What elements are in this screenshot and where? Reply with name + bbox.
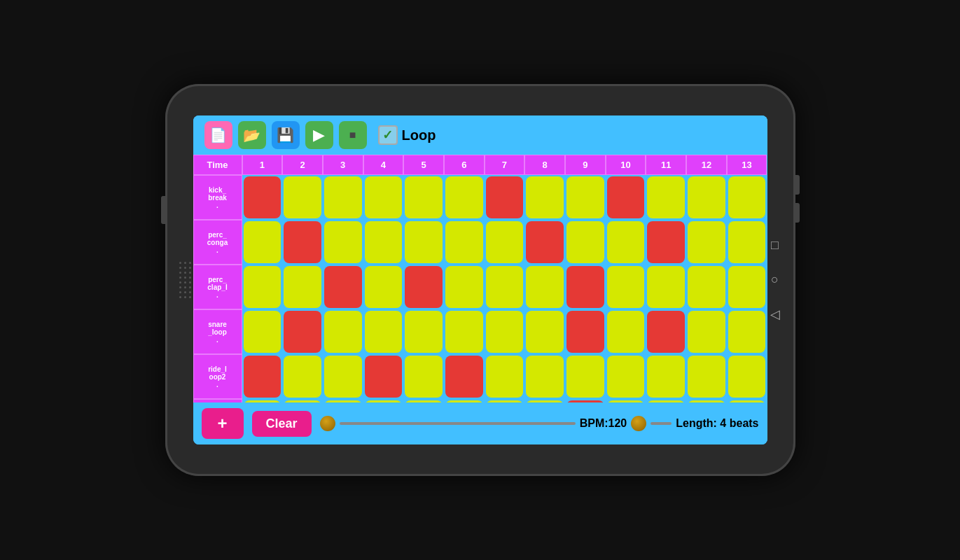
cell-0-7[interactable] — [526, 176, 564, 218]
cell-3-3[interactable] — [365, 311, 403, 353]
cell-1-4[interactable] — [405, 221, 443, 263]
cell-1-5[interactable] — [445, 221, 483, 263]
cell-2-0[interactable] — [244, 266, 281, 308]
clear-button[interactable]: Clear — [252, 411, 312, 437]
cell-2-1[interactable] — [284, 266, 321, 308]
cell-1-12[interactable] — [728, 221, 766, 263]
bpm-slider-track[interactable] — [340, 422, 576, 425]
cell-3-7[interactable] — [526, 311, 564, 353]
col-header-7: 7 — [485, 155, 525, 175]
cell-1-2[interactable] — [324, 221, 362, 263]
cell-3-0[interactable] — [244, 311, 281, 353]
cell-0-1[interactable] — [284, 176, 321, 218]
cell-2-10[interactable] — [647, 266, 685, 308]
android-square-btn[interactable]: □ — [771, 238, 779, 253]
cell-2-9[interactable] — [607, 266, 645, 308]
grid-header-row: Time 12345678910111213 — [193, 155, 767, 175]
time-header: Time — [193, 155, 242, 175]
cell-2-7[interactable] — [526, 266, 564, 308]
cell-2-8[interactable] — [566, 266, 604, 308]
length-slider-track[interactable] — [651, 422, 672, 425]
open-button[interactable]: 📂 — [238, 121, 266, 149]
cell-0-2[interactable] — [324, 176, 362, 218]
length-label: Length: 4 beats — [676, 417, 758, 430]
cell-4-11[interactable] — [688, 356, 725, 398]
cell-0-5[interactable] — [445, 176, 483, 218]
cell-3-1[interactable] — [284, 311, 321, 353]
cell-1-3[interactable] — [365, 221, 403, 263]
cell-0-6[interactable] — [486, 176, 524, 218]
bpm-label: BPM:120 — [580, 417, 627, 430]
cell-1-0[interactable] — [244, 221, 281, 263]
save-button[interactable]: 💾 — [272, 121, 300, 149]
cell-4-8[interactable] — [566, 356, 604, 398]
cell-3-5[interactable] — [445, 311, 483, 353]
cell-1-10[interactable] — [647, 221, 685, 263]
cell-4-5[interactable] — [445, 356, 483, 398]
android-nav: □ ○ ◁ — [770, 238, 780, 322]
cell-3-10[interactable] — [647, 311, 685, 353]
col-header-4: 4 — [363, 155, 404, 175]
cell-3-2[interactable] — [324, 311, 362, 353]
cell-0-8[interactable] — [566, 176, 604, 218]
cell-2-2[interactable] — [324, 266, 362, 308]
cell-2-12[interactable] — [728, 266, 766, 308]
cell-0-0[interactable] — [244, 176, 281, 218]
cell-3-11[interactable] — [688, 311, 725, 353]
cell-0-4[interactable] — [405, 176, 443, 218]
play-button[interactable]: ▶ — [305, 121, 333, 149]
cell-4-9[interactable] — [607, 356, 645, 398]
cell-1-9[interactable] — [607, 221, 645, 263]
power-button — [161, 196, 165, 224]
toolbar: 📄 📂 💾 ▶ ■ ✓ Loop — [193, 115, 767, 155]
android-back-btn[interactable]: ◁ — [770, 307, 780, 322]
cell-2-11[interactable] — [688, 266, 725, 308]
cell-0-12[interactable] — [728, 176, 766, 218]
cell-1-11[interactable] — [688, 221, 725, 263]
col-header-10: 10 — [606, 155, 646, 175]
bpm-slider-knob-left[interactable] — [320, 416, 335, 431]
cell-1-1[interactable] — [284, 221, 321, 263]
cell-4-4[interactable] — [405, 356, 443, 398]
cell-2-4[interactable] — [405, 266, 443, 308]
cell-3-9[interactable] — [607, 311, 645, 353]
volume-down-button — [795, 203, 800, 223]
cell-4-10[interactable] — [647, 356, 685, 398]
cell-3-12[interactable] — [728, 311, 766, 353]
phone-screen: 📄 📂 💾 ▶ ■ ✓ Loop Time — [193, 115, 767, 444]
cell-0-11[interactable] — [688, 176, 725, 218]
cell-2-6[interactable] — [486, 266, 524, 308]
cell-3-6[interactable] — [486, 311, 524, 353]
grid-row-2: perc_ clap_l . — [193, 265, 767, 309]
cell-4-0[interactable] — [244, 356, 281, 398]
cell-3-4[interactable] — [405, 311, 443, 353]
col-header-1: 1 — [242, 155, 283, 175]
loop-label: Loop — [402, 127, 436, 144]
row-label-0: kick_ break . — [193, 175, 242, 220]
cell-3-8[interactable] — [566, 311, 604, 353]
col-header-6: 6 — [444, 155, 485, 175]
add-row-button[interactable]: + — [202, 408, 244, 439]
grid-row-3: snare _loop . — [193, 309, 767, 354]
cell-0-9[interactable] — [607, 176, 645, 218]
col-header-9: 9 — [565, 155, 606, 175]
cell-4-6[interactable] — [486, 356, 524, 398]
cell-4-3[interactable] — [365, 356, 403, 398]
stop-button[interactable]: ■ — [339, 121, 367, 149]
cell-1-7[interactable] — [526, 221, 564, 263]
cell-2-3[interactable] — [365, 266, 403, 308]
new-button[interactable]: 📄 — [204, 121, 232, 149]
android-home-btn[interactable]: ○ — [771, 272, 779, 287]
loop-checkbox[interactable]: ✓ — [378, 125, 398, 145]
cell-0-3[interactable] — [365, 176, 403, 218]
cell-4-7[interactable] — [526, 356, 564, 398]
cell-1-8[interactable] — [566, 221, 604, 263]
volume-up-button — [795, 175, 800, 195]
bpm-slider-knob-right[interactable] — [631, 416, 646, 431]
cell-4-12[interactable] — [728, 356, 766, 398]
cell-1-6[interactable] — [486, 221, 524, 263]
cell-2-5[interactable] — [445, 266, 483, 308]
cell-4-1[interactable] — [284, 356, 321, 398]
cell-4-2[interactable] — [324, 356, 362, 398]
cell-0-10[interactable] — [647, 176, 685, 218]
